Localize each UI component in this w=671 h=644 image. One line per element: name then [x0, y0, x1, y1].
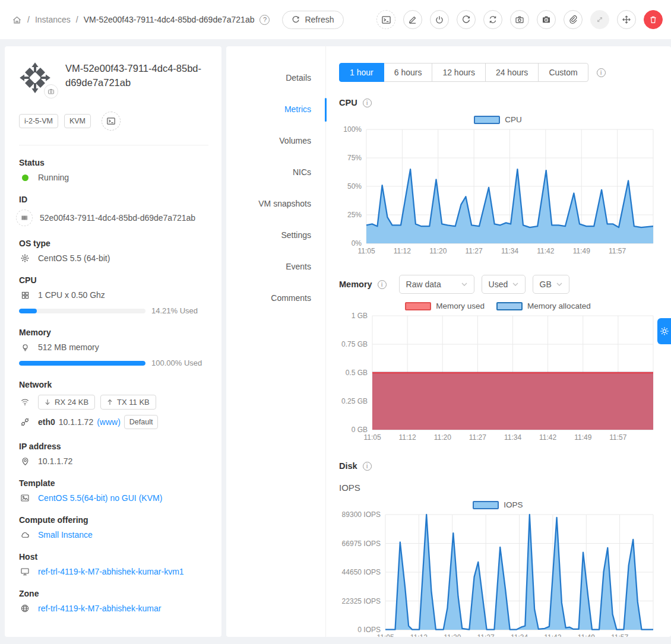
memory-usage-progress: 100.00% Used — [19, 359, 208, 367]
zone-row: ref-trl-4119-k-M7-abhishek-kumar — [19, 604, 208, 613]
range-24-hours[interactable]: 24 hours — [485, 63, 539, 82]
chevron-down-icon — [556, 283, 562, 286]
stop-instance-button[interactable] — [430, 10, 449, 29]
cpu-row: 1 CPU x 0.50 Ghz — [19, 290, 208, 300]
console-shortcut-button[interactable] — [102, 112, 121, 131]
tab-events[interactable]: Events — [226, 253, 325, 280]
svg-text:11:27: 11:27 — [477, 633, 495, 637]
memory-label: Memory — [19, 328, 208, 337]
nic-network-link[interactable]: (www) — [97, 417, 121, 427]
range-12-hours[interactable]: 12 hours — [432, 63, 485, 82]
svg-text:89300 IOPS: 89300 IOPS — [342, 511, 381, 519]
migrate-instance-button[interactable] — [617, 10, 636, 29]
reinstall-instance-button[interactable] — [483, 10, 502, 29]
reboot-instance-button[interactable] — [457, 10, 476, 29]
tab-comments[interactable]: Comments — [226, 284, 325, 312]
memory-value: 512 MB memory — [38, 342, 99, 352]
zone-link[interactable]: ref-trl-4119-k-M7-abhishek-kumar — [38, 604, 161, 613]
range-custom[interactable]: Custom — [538, 63, 588, 82]
svg-text:11:49: 11:49 — [574, 433, 591, 442]
instance-name: VM-52e00f43-7911-4dc4-85bd-d69de7a721ab — [65, 62, 207, 97]
memory-info-icon[interactable]: i — [378, 280, 387, 289]
range-1-hour[interactable]: 1 hour — [339, 63, 384, 82]
memory-unit-select[interactable]: GB — [533, 275, 569, 294]
refresh-button[interactable]: Refresh — [282, 11, 343, 29]
svg-text:11:34: 11:34 — [504, 433, 521, 442]
memory-usage-bar — [19, 361, 145, 366]
tab-settings[interactable]: Settings — [226, 221, 325, 249]
tab-metrics[interactable]: Metrics — [226, 96, 325, 123]
svg-text:0.75 GB: 0.75 GB — [341, 340, 368, 348]
compute-offering-label: Compute offering — [19, 515, 208, 525]
breadcrumb-instances[interactable]: Instances — [35, 15, 71, 24]
iops-chart: 11:0511:1211:2011:2711:3411:4211:4911:57… — [339, 511, 671, 637]
attach-iso-button[interactable] — [564, 10, 583, 29]
home-icon[interactable] — [12, 15, 22, 25]
refresh-label: Refresh — [305, 15, 334, 24]
network-traffic-row: RX 24 KB TX 11 KB — [19, 395, 208, 410]
svg-text:11:34: 11:34 — [501, 247, 518, 255]
ip-address-row: 10.1.1.72 — [19, 456, 208, 466]
instance-id: 52e00f43-7911-4dc4-85bd-d69de7a721ab — [40, 213, 195, 223]
status-label: Status — [19, 158, 208, 167]
change-icon-camera-badge[interactable] — [44, 84, 58, 99]
range-info-icon[interactable]: i — [597, 68, 606, 77]
status-running-dot — [22, 175, 29, 181]
help-icon[interactable]: ? — [259, 15, 270, 25]
memory-mode-select[interactable]: Raw data — [399, 275, 474, 294]
breadcrumb-separator: / — [76, 15, 78, 24]
tab-nics[interactable]: NICs — [226, 158, 325, 186]
memory-allocated-swatch — [496, 302, 523, 310]
barcode-icon — [16, 210, 33, 226]
take-snapshot-button[interactable] — [510, 10, 529, 29]
disk-info-icon[interactable]: i — [363, 462, 372, 471]
globe-icon — [19, 604, 31, 613]
console-button[interactable] — [376, 10, 395, 29]
svg-text:11:27: 11:27 — [469, 433, 486, 442]
instance-internal-name-tag: i-2-5-VM — [19, 114, 58, 128]
memory-used-swatch — [405, 302, 431, 310]
destroy-instance-button[interactable] — [644, 10, 663, 29]
tab-details[interactable]: Details — [226, 64, 325, 91]
arrow-down-icon — [45, 399, 50, 405]
ip-address-label: IP address — [19, 442, 208, 451]
memory-row: 512 MB memory — [19, 342, 208, 352]
iops-legend-swatch — [473, 501, 499, 509]
tab-vm-snapshots[interactable]: VM snapshots — [226, 190, 325, 217]
zone-label: Zone — [19, 589, 208, 598]
metrics-content: 1 hour 6 hours 12 hours 24 hours Custom … — [326, 46, 671, 637]
cpu-usage-caption: 14.21% Used — [151, 306, 198, 315]
svg-text:25%: 25% — [347, 211, 362, 219]
cpu-usage-bar — [19, 309, 37, 313]
cpu-info-icon[interactable]: i — [363, 99, 372, 107]
reload-icon — [292, 15, 300, 24]
tab-volumes[interactable]: Volumes — [226, 127, 325, 154]
bulb-icon — [19, 343, 31, 352]
template-link[interactable]: CentOS 5.5(64-bit) no GUI (KVM) — [38, 493, 162, 503]
cpu-chart-section: CPU i CPU 11:0511:1211:2011:2711:3411:42… — [339, 98, 671, 259]
iops-legend: IOPS — [339, 500, 657, 509]
range-6-hours[interactable]: 6 hours — [384, 63, 433, 82]
svg-text:50%: 50% — [347, 182, 362, 191]
edit-button[interactable] — [403, 10, 422, 29]
svg-text:11:27: 11:27 — [466, 247, 483, 255]
scale-instance-button — [590, 10, 609, 29]
compute-offering-row: Small Instance — [19, 530, 208, 540]
instance-detail-panel: Details Metrics Volumes NICs VM snapshot… — [226, 46, 671, 637]
host-row: ref-trl-4119-k-M7-abhishek-kumar-kvm1 — [19, 567, 208, 576]
os-type-value: CentOS 5.5 (64-bit) — [38, 253, 110, 263]
compute-offering-link[interactable]: Small Instance — [38, 530, 93, 540]
svg-text:22325 IOPS: 22325 IOPS — [342, 597, 381, 605]
project-settings-fab[interactable] — [657, 318, 671, 344]
svg-text:11:12: 11:12 — [410, 633, 428, 637]
svg-text:11:20: 11:20 — [434, 433, 451, 442]
host-link[interactable]: ref-trl-4119-k-M7-abhishek-kumar-kvm1 — [38, 567, 184, 576]
camera-icon — [48, 88, 55, 95]
recurring-snapshot-button[interactable] — [537, 10, 556, 29]
cpu-legend: CPU — [339, 115, 657, 124]
divider — [19, 145, 208, 145]
location-pin-icon — [19, 457, 31, 466]
desktop-icon — [19, 567, 31, 576]
disk-chart-title: Disk — [339, 461, 357, 471]
memory-metric-select[interactable]: Used — [482, 275, 526, 294]
